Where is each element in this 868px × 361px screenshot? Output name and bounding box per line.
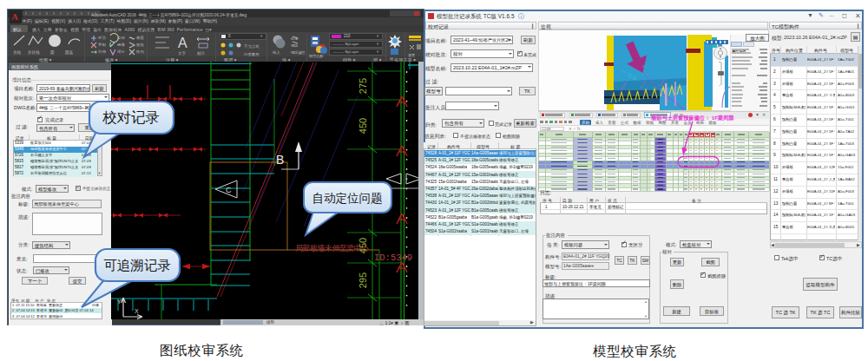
svg-text:可追溯记录: 可追溯记录 (103, 258, 171, 272)
svg-text:自动定位问题: 自动定位问题 (312, 192, 383, 205)
svg-text:校对记录: 校对记录 (102, 109, 160, 125)
